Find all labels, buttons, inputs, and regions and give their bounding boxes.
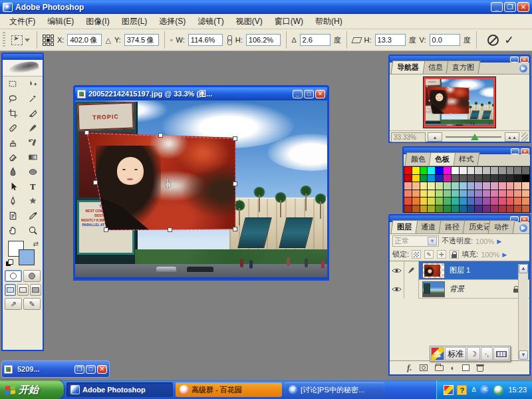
color-swatch[interactable] — [475, 205, 482, 213]
path-selection-tool[interactable] — [3, 179, 23, 194]
hidden-icons-arrow[interactable]: ᐃ — [470, 386, 477, 393]
menu-item[interactable]: 编辑(E) — [42, 14, 79, 29]
hand-tool[interactable] — [3, 223, 23, 237]
color-swatch[interactable] — [491, 205, 498, 213]
layer-thumbnail[interactable] — [422, 263, 445, 279]
tab-navigator[interactable]: 导航器 — [391, 61, 426, 74]
color-swatch[interactable] — [507, 190, 514, 198]
panel-close-button[interactable]: ✕ — [521, 148, 529, 154]
reference-point-locator[interactable] — [43, 35, 54, 46]
y-field[interactable]: 374.5像 — [124, 34, 159, 46]
tab-styles[interactable]: 样式 — [453, 152, 480, 166]
restore-button[interactable]: ❐ — [504, 2, 516, 12]
color-swatch[interactable] — [491, 175, 498, 182]
close-button[interactable]: ✕ — [517, 2, 529, 12]
menu-item[interactable]: 文件(F) — [4, 14, 41, 29]
tab-paths[interactable]: 路径 — [439, 220, 466, 233]
zoom-slider[interactable] — [444, 132, 503, 142]
color-swatch[interactable] — [499, 205, 506, 213]
color-swatch[interactable] — [514, 205, 521, 213]
color-swatch[interactable] — [460, 205, 467, 213]
color-swatch[interactable] — [499, 182, 506, 190]
scroll-up-button[interactable]: ▲ — [519, 264, 528, 273]
toolbox-titlebar[interactable] — [3, 54, 43, 60]
eyedropper-tool[interactable] — [23, 208, 43, 223]
x-field[interactable]: 402.0像 — [67, 34, 102, 46]
panel-menu-button[interactable]: ▶ — [519, 65, 527, 72]
color-swatch[interactable] — [460, 182, 467, 190]
transform-handle-top-left[interactable] — [84, 130, 89, 135]
color-swatch[interactable] — [499, 175, 506, 182]
relative-position-icon[interactable]: △ — [105, 36, 110, 45]
transform-handle-bottom-right[interactable] — [233, 227, 237, 231]
navigator-thumbnail[interactable]: TROPIC THE C... BEST COMICS BEST CLU BES… — [423, 76, 496, 128]
color-swatch[interactable] — [452, 198, 459, 205]
blend-mode-select[interactable]: 正常▼ — [392, 235, 439, 247]
color-swatch[interactable] — [483, 190, 490, 198]
history-brush-tool[interactable] — [23, 135, 43, 150]
menu-item[interactable]: 视图(V) — [231, 14, 268, 29]
minimize-button[interactable]: _ — [491, 2, 503, 12]
color-swatch[interactable] — [483, 198, 490, 205]
quick-mask-button[interactable] — [23, 270, 41, 282]
tab-swatches[interactable]: 色板 — [429, 152, 456, 166]
options-bar-grip[interactable] — [3, 32, 5, 48]
brush-tool[interactable] — [23, 120, 43, 135]
scroll-down-button[interactable]: ▼ — [519, 350, 528, 360]
opacity-value[interactable]: 100% — [475, 237, 494, 245]
color-swatch[interactable] — [452, 205, 459, 213]
opacity-slider-arrow[interactable]: ▶ — [497, 238, 501, 245]
color-swatch[interactable] — [467, 198, 475, 205]
type-tool[interactable]: T — [23, 179, 43, 194]
color-swatch[interactable] — [499, 198, 506, 205]
move-tool[interactable] — [23, 76, 43, 91]
color-swatch[interactable] — [491, 167, 498, 174]
fullscreen-button[interactable] — [30, 284, 41, 296]
transform-handle-bottom-left[interactable] — [104, 227, 108, 232]
panel-close-button[interactable]: ✕ — [520, 57, 529, 63]
color-swatch[interactable] — [436, 198, 443, 205]
rectangular-marquee-tool[interactable] — [3, 76, 23, 91]
color-swatch[interactable] — [460, 167, 467, 174]
color-swatch[interactable] — [452, 182, 459, 190]
lock-paint-button[interactable]: ✎ — [424, 250, 434, 259]
jump-to-imageready-button[interactable]: ⇗ — [5, 298, 22, 310]
lock-position-button[interactable]: ✛ — [437, 250, 446, 259]
punctuation-icon[interactable]: ·, — [481, 347, 493, 360]
color-swatch[interactable] — [475, 167, 482, 174]
adjustment-layer-button[interactable]: ◐ — [451, 364, 456, 372]
color-swatch[interactable] — [428, 167, 435, 174]
color-swatch[interactable] — [420, 182, 428, 190]
color-swatch[interactable] — [428, 182, 435, 190]
color-swatch[interactable] — [522, 182, 529, 190]
menu-item[interactable]: 窗口(W) — [269, 14, 309, 29]
help-tray-icon[interactable]: ? — [457, 385, 467, 395]
color-swatch[interactable] — [483, 167, 490, 174]
color-swatch[interactable] — [412, 205, 420, 213]
new-layer-button[interactable] — [462, 364, 469, 371]
color-swatch[interactable] — [483, 175, 490, 182]
layer-row-layer1[interactable]: 图层 1 — [390, 261, 529, 280]
maximize-button[interactable]: □ — [86, 365, 96, 374]
color-swatch[interactable] — [428, 190, 435, 198]
magic-wand-tool[interactable] — [23, 91, 43, 106]
blur-tool[interactable] — [3, 164, 23, 179]
ime-icon[interactable]: 念 — [431, 347, 444, 360]
height-field[interactable]: 106.2% — [246, 34, 281, 46]
color-swatch[interactable] — [475, 190, 482, 198]
zoom-slider-thumb[interactable] — [471, 134, 479, 140]
zoom-tool[interactable] — [23, 223, 43, 237]
pen-tool[interactable] — [3, 194, 23, 208]
transform-layer-image[interactable] — [87, 132, 235, 230]
taskbar-item-photoshop[interactable]: Adobe Photoshop — [66, 382, 173, 397]
color-swatch[interactable] — [404, 182, 412, 190]
color-swatch[interactable] — [522, 175, 529, 182]
color-swatch[interactable] — [475, 198, 482, 205]
color-swatch[interactable] — [436, 167, 443, 174]
tab-history[interactable]: 历史记录 — [463, 220, 491, 233]
layer-thumbnail[interactable] — [422, 281, 445, 297]
tool-preset-picker[interactable] — [10, 34, 31, 47]
link-dimensions-icon[interactable] — [226, 35, 232, 45]
gradient-tool[interactable] — [23, 150, 43, 164]
color-swatch[interactable] — [452, 175, 459, 182]
